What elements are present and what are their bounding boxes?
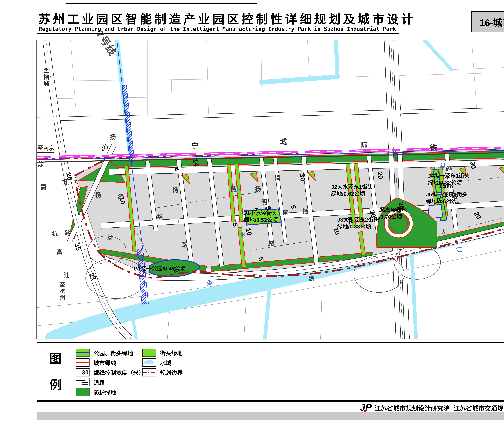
institute-logo: JP <box>360 402 372 412</box>
legend-item: 街头绿地 <box>142 349 183 357</box>
legend-swatch-boundary <box>142 368 156 377</box>
legend-swatch-water <box>142 358 156 367</box>
footer-gray-bar <box>37 412 504 420</box>
legend-column-right: 街头绿地水域规划边界 <box>37 343 504 401</box>
attribution: 江苏省城市规划设计研究院江苏省城市交通规划研究中心 <box>374 403 504 412</box>
footer-rule <box>37 400 504 401</box>
legend-item: 水域 <box>142 358 171 367</box>
legend-label: 水域 <box>160 359 171 367</box>
legend-label: 街头绿地 <box>160 349 183 357</box>
org-1: 江苏省城市规划设计研究院 <box>374 405 449 412</box>
legend-item: 规划边界 <box>142 368 183 377</box>
org-2: 江苏省城市交通规划研究中心 <box>454 405 504 412</box>
legend-label: 规划边界 <box>160 368 183 377</box>
legend-swatch-street <box>142 349 156 357</box>
legend-panel: 图 例 公园、街头绿地城市绿线绿线控制宽度（米）道路防护绿地 街头绿地水域规划边… <box>37 342 504 402</box>
